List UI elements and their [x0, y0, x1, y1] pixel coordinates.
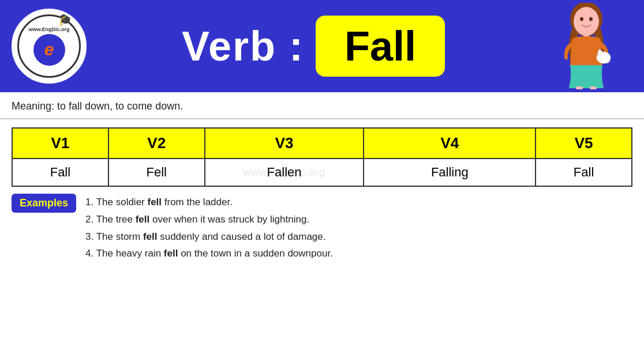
example-2: 2. The tree fell over when it was struck… — [85, 211, 333, 228]
table-header-row: V1 V2 V3 V4 V5 — [12, 128, 632, 159]
verb-word: Fall — [345, 22, 416, 70]
verb-table: V1 V2 V3 V4 V5 Fall Fell Fallen www.EngD… — [12, 127, 632, 187]
logo-letter: e — [44, 40, 54, 59]
svg-point-1 — [574, 7, 599, 36]
table-row: Fall Fell Fallen www.EngDic.org Falling … — [12, 159, 632, 186]
col-v5: V5 — [536, 128, 632, 159]
svg-rect-9 — [576, 86, 583, 89]
grad-cap-icon: 🎓 — [58, 12, 73, 27]
svg-point-3 — [589, 17, 593, 21]
logo: 🎓 www.EngDic.org e — [12, 9, 87, 84]
logo-top-text: www.EngDic.org — [28, 27, 69, 33]
examples-section: Examples 1. The soldier fell from the la… — [12, 194, 632, 262]
example-3: 3. The storm fell suddenly and caused a … — [85, 228, 333, 246]
col-v1: V1 — [12, 128, 108, 159]
logo-e-circle: e — [33, 34, 65, 66]
col-v3: V3 — [205, 128, 364, 159]
girl-svg — [552, 3, 621, 89]
header: 🎓 www.EngDic.org e Verb : Fall — [0, 0, 644, 92]
verb-label: Verb : — [182, 22, 304, 70]
cell-v2: Fell — [108, 159, 205, 186]
example-1: 1. The soldier fell from the ladder. — [85, 194, 333, 211]
svg-rect-10 — [590, 86, 597, 89]
col-v2: V2 — [108, 128, 205, 159]
col-v4: V4 — [364, 128, 536, 159]
cell-v5: Fall — [536, 159, 632, 186]
svg-point-2 — [580, 17, 583, 21]
examples-badge: Examples — [12, 194, 76, 213]
example-4: 4. The heavy rain fell on the town in a … — [85, 245, 333, 262]
cell-v4: Falling — [364, 159, 536, 186]
examples-list: 1. The soldier fell from the ladder. 2. … — [85, 194, 333, 262]
verb-box: Fall — [316, 16, 445, 77]
character-image — [540, 3, 632, 89]
meaning-text: Meaning: to fall down, to come down. — [12, 100, 183, 112]
cell-v3: Fallen www.EngDic.org — [205, 159, 364, 186]
header-title: Verb : Fall — [87, 16, 540, 77]
cell-v1: Fall — [12, 159, 108, 186]
meaning-section: Meaning: to fall down, to come down. — [0, 92, 644, 119]
